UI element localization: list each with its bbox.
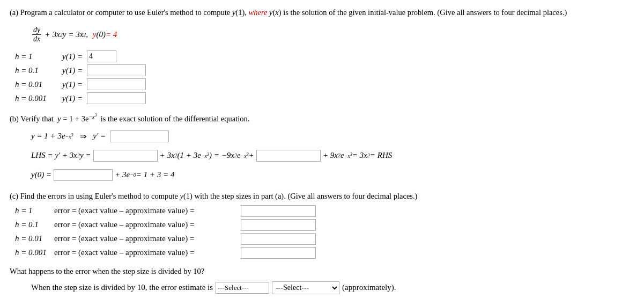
h1-label: h = 1 xyxy=(15,52,58,61)
part-d-text: What happens to the error when the step … xyxy=(10,265,634,278)
part-c-section: (c) Find the errors in using Euler's met… xyxy=(10,190,634,202)
part-b-section: (b) Verify that y = 1 + 3e−x3 is the exa… xyxy=(10,112,634,125)
h0001-row: h = 0.001 y(1) = xyxy=(15,92,634,104)
h001-y-label: y(1) = xyxy=(62,80,83,89)
h01-row: h = 0.1 y(1) = xyxy=(15,64,634,76)
part-b-y0-row: y(0) = + 3e−0 = 1 + 3 = 4 xyxy=(31,168,634,183)
part-a-text: (a) Program a calculator or computer to … xyxy=(10,6,634,19)
h1-y-label: y(1) = xyxy=(62,52,83,61)
c-h0001-input[interactable] xyxy=(241,247,316,259)
c-h0001-row: h = 0.001 error = (exact value – approxi… xyxy=(15,247,634,259)
lhs-input1[interactable] xyxy=(93,150,158,162)
c-h001-error-label: error = (exact value – approximate value… xyxy=(54,234,236,243)
c-h1-error-label: error = (exact value – approximate value… xyxy=(54,206,236,215)
c-h01-row: h = 0.1 error = (exact value – approxima… xyxy=(15,219,634,231)
part-d-approx-text: (approximately). xyxy=(342,283,396,292)
y0-input[interactable] xyxy=(54,169,113,181)
part-c-text: (c) Find the errors in using Euler's met… xyxy=(10,190,634,202)
part-d-when-text: When the step size is divided by 10, the… xyxy=(31,283,213,292)
h1-row: h = 1 y(1) = xyxy=(15,50,634,62)
c-h01-label: h = 0.1 xyxy=(15,220,50,229)
c-h01-error-label: error = (exact value – approximate value… xyxy=(54,220,236,229)
h1-input[interactable] xyxy=(87,50,116,62)
h01-input[interactable] xyxy=(87,64,146,76)
lhs-end: + 9x2e−x3 = 3x2 = RHS xyxy=(323,151,392,160)
y0-label: y(0) = xyxy=(31,170,51,179)
h001-row: h = 0.01 y(1) = xyxy=(15,78,634,90)
c-h001-label: h = 0.01 xyxy=(15,234,50,243)
main-equation: dy dx + 3x2y = 3x2, y(0) = 4 xyxy=(31,24,634,45)
part-d-select[interactable]: ---Select--- divided by 10 multiplied by… xyxy=(272,281,339,294)
part-d-section: What happens to the error when the step … xyxy=(10,265,634,278)
part-a-inputs: h = 1 y(1) = h = 0.1 y(1) = h = 0.01 y(1… xyxy=(15,50,634,104)
c-h1-label: h = 1 xyxy=(15,206,50,215)
lhs-mid: + 3x2(1 + 3e−x3) = −9x2e−x3 + xyxy=(160,151,254,160)
h01-label: h = 0.1 xyxy=(15,66,58,75)
h0001-y-label: y(1) = xyxy=(62,94,83,103)
yprime-input[interactable] xyxy=(110,130,169,142)
c-h0001-label: h = 0.001 xyxy=(15,248,50,257)
plus-sign: + xyxy=(45,30,49,39)
h0001-label: h = 0.001 xyxy=(15,94,58,103)
yprime-label: y′ = xyxy=(93,132,106,141)
part-d-estimate-input[interactable] xyxy=(216,282,269,294)
h001-input[interactable] xyxy=(87,78,146,90)
part-d-select-row: When the step size is divided by 10, the… xyxy=(31,280,634,296)
part-a-section: (a) Program a calculator or computer to … xyxy=(10,6,634,19)
y0-rest: + 3e−0 = 1 + 3 = 4 xyxy=(115,170,174,179)
implies: ⇒ xyxy=(78,132,89,141)
h001-label: h = 0.01 xyxy=(15,80,58,89)
c-h0001-error-label: error = (exact value – approximate value… xyxy=(54,248,236,257)
part-b-text: (b) Verify that y = 1 + 3e−x3 is the exa… xyxy=(10,114,249,123)
c-h1-row: h = 1 error = (exact value – approximate… xyxy=(15,205,634,217)
part-b-verify-row1: y = 1 + 3e−x3 ⇒ y′ = xyxy=(31,129,634,144)
h0001-input[interactable] xyxy=(87,92,146,104)
part-c-inputs: h = 1 error = (exact value – approximate… xyxy=(15,205,634,259)
lhs-label: LHS = y′ + 3x2y = xyxy=(31,151,91,160)
initial-condition: y(0) = 4 xyxy=(91,30,117,39)
y-expr: y = 1 + 3e−x3 xyxy=(31,132,73,141)
c-h1-input[interactable] xyxy=(241,205,316,217)
c-h001-row: h = 0.01 error = (exact value – approxim… xyxy=(15,233,634,245)
lhs-input2[interactable] xyxy=(256,150,321,162)
h01-y-label: y(1) = xyxy=(62,66,83,75)
equation-term: 3x2y = 3x2, xyxy=(53,30,88,39)
c-h01-input[interactable] xyxy=(241,219,316,231)
part-b-lhs-row: LHS = y′ + 3x2y = + 3x2(1 + 3e−x3) = −9x… xyxy=(31,148,634,163)
c-h001-input[interactable] xyxy=(241,233,316,245)
fraction-dy-dx: dy dx xyxy=(32,26,41,43)
